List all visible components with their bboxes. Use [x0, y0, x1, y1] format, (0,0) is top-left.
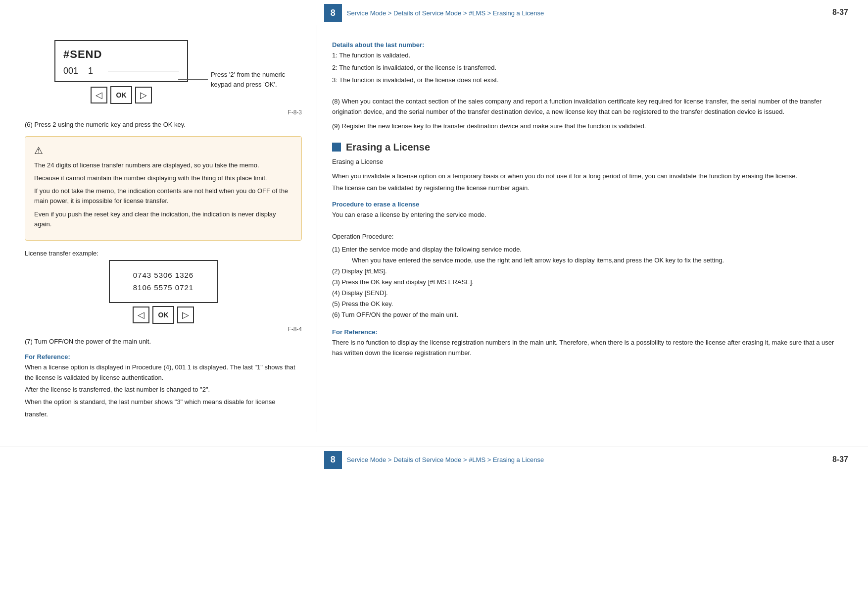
step-1a: When you have entered the service mode, … — [342, 255, 843, 266]
page-number-bottom: 8-37 — [832, 455, 848, 464]
license-example-label: License transfer example: — [25, 250, 302, 257]
footer-badge: 8 — [324, 451, 342, 469]
lcd-num1: 001 — [63, 66, 78, 76]
step-6: (6) Turn OFF/ON the power of the main un… — [332, 309, 843, 320]
detail-item-1: 1: The function is validated. — [332, 51, 843, 61]
header-badge: 8 — [324, 4, 342, 22]
lcd-callout: Press '2' from the numeric keypad and pr… — [211, 70, 305, 89]
for-ref-line-1: When a license option is displayed in Pr… — [25, 362, 302, 383]
right-column: Details about the last number: 1: The fu… — [317, 25, 868, 432]
step-1: (1) Enter the service mode and display t… — [332, 244, 843, 255]
right-arrow-btn-1: ▷ — [135, 87, 152, 103]
ok-btn-1: OK — [110, 86, 132, 104]
for-ref-transfer: transfer. — [25, 409, 302, 420]
content-area: #SEND 001 1 Press '2' from the numeric k… — [0, 25, 868, 432]
for-reference-label-left: For Reference: — [25, 353, 302, 360]
for-reference-2-text: There is no function to display the lice… — [332, 338, 843, 358]
left-arrow-btn-1: ◁ — [91, 87, 107, 103]
footer-breadcrumb: Service Mode > Details of Service Mode >… — [347, 456, 544, 463]
left-arrow-btn-2: ◁ — [133, 307, 149, 323]
for-ref-line-3: When the option is standard, the last nu… — [25, 397, 302, 408]
right-arrow-btn-2: ▷ — [177, 307, 194, 323]
ok-row-2: ◁ OK ▷ — [109, 306, 218, 324]
step-3: (3) Press the OK key and display [#LMS E… — [332, 277, 843, 288]
warning-icon: ⚠ — [34, 145, 292, 156]
ok-row-1: ◁ OK ▷ — [54, 86, 188, 104]
note-9: (9) Register the new license key to the … — [332, 121, 843, 132]
procedure-steps: (1) Enter the service mode and display t… — [332, 244, 843, 321]
warning-line-4: Even if you push the reset key and clear… — [34, 209, 292, 229]
fig1-label: F-8-3 — [25, 109, 302, 116]
page-number-top: 8-37 — [832, 8, 848, 17]
section-title-text: Erasing a License — [346, 142, 430, 153]
detail-item-2: 2: The function is invalidated, or the l… — [332, 63, 843, 73]
detail-item-3: 3: The function is invalidated, or the l… — [332, 75, 843, 86]
lcd-send-text: #SEND — [63, 48, 179, 61]
note-8: (8) When you contact the contact section… — [332, 97, 843, 117]
license-line-2: 8106 5575 0721 — [120, 281, 207, 294]
procedure-label: Procedure to erase a license — [332, 201, 843, 208]
license-display: 0743 5306 1326 8106 5575 0721 — [109, 260, 218, 303]
license-line-1: 0743 5306 1326 — [120, 269, 207, 282]
section-subtitle: Erasing a License — [332, 157, 843, 167]
for-ref-line-2: After the license is transferred, the la… — [25, 385, 302, 395]
header-breadcrumb: Service Mode > Details of Service Mode >… — [347, 9, 544, 17]
warning-line-2: Because it cannot maintain the number di… — [34, 173, 292, 183]
caption-1: (6) Press 2 using the numeric key and pr… — [25, 121, 302, 128]
section-intro-2: The license can be validated by register… — [332, 183, 843, 194]
ok-btn-2: OK — [152, 306, 174, 324]
operation-label: Operation Procedure: — [332, 232, 843, 242]
details-label: Details about the last number: — [332, 41, 843, 49]
step-4: (4) Display [SEND]. — [332, 288, 843, 299]
page: 8 Service Mode > Details of Service Mode… — [0, 0, 868, 614]
lcd-num2: 1 — [88, 66, 93, 76]
for-reference-label-right: For Reference: — [332, 328, 843, 336]
step-2: (2) Display [#LMS]. — [332, 266, 843, 277]
section-intro-1: When you invalidate a license option on … — [332, 171, 843, 182]
header-bar: 8 Service Mode > Details of Service Mode… — [0, 0, 868, 25]
warning-box: ⚠ The 24 digits of license transfer numb… — [25, 136, 302, 241]
procedure-intro: You can erase a license by entering the … — [332, 210, 843, 220]
caption-2: (7) Turn OFF/ON the power of the main un… — [25, 338, 302, 345]
footer-bar: 8 Service Mode > Details of Service Mode… — [0, 447, 868, 472]
lcd-display-1: #SEND 001 1 — [54, 40, 188, 82]
warning-line-3: If you do not take the memo, the indicat… — [34, 186, 292, 206]
fig2-label: F-8-4 — [25, 326, 302, 333]
step-5: (5) Press the OK key. — [332, 299, 843, 309]
left-column: #SEND 001 1 Press '2' from the numeric k… — [0, 25, 317, 432]
warning-line-1: The 24 digits of license transfer number… — [34, 160, 292, 170]
section-title-erasing: Erasing a License — [332, 142, 843, 153]
section-badge — [332, 143, 341, 152]
